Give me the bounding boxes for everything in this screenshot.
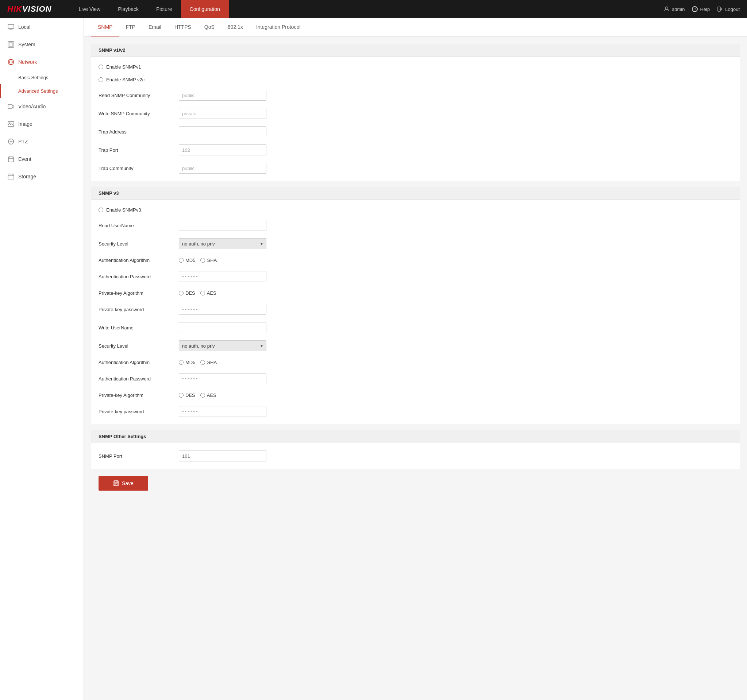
private-des-option[interactable]: DES	[179, 290, 195, 296]
sidebar-video-label: Video/Audio	[18, 104, 45, 109]
nav-playback[interactable]: Playback	[109, 0, 147, 18]
tab-ftp[interactable]: FTP	[119, 18, 142, 36]
auth2-sha-radio[interactable]	[200, 360, 205, 365]
auth-sha-option[interactable]: SHA	[200, 258, 217, 263]
auth2-sha-label: SHA	[207, 360, 217, 365]
sidebar-sub-basic-settings[interactable]: Basic Settings	[0, 71, 83, 84]
auth-algorithm2-label: Authentication Algorithm	[98, 360, 179, 365]
private-key2-radio-group: DES AES	[179, 392, 266, 398]
write-username-input[interactable]	[179, 322, 266, 333]
sidebar-system-label: System	[18, 42, 35, 47]
nav-live-view[interactable]: Live View	[70, 0, 109, 18]
trap-community-row: Trap Community	[98, 159, 732, 177]
security-level-control: no auth, no priv	[179, 238, 266, 249]
private-key-password-input[interactable]	[179, 304, 266, 315]
private-aes-option[interactable]: AES	[200, 290, 216, 296]
snmp-port-input[interactable]	[179, 451, 266, 462]
save-label: Save	[122, 480, 133, 486]
network-icon	[7, 58, 15, 66]
security-level2-row: Security Level no auth, no priv	[98, 337, 732, 355]
auth2-md5-option[interactable]: MD5	[179, 360, 195, 365]
private2-des-radio[interactable]	[179, 393, 184, 398]
nav-picture[interactable]: Picture	[147, 0, 181, 18]
sidebar-item-video[interactable]: Video/Audio	[0, 98, 83, 115]
enable-snmpv2c-radio[interactable]	[98, 77, 103, 82]
private-key-algorithm2-row: Private-key Algorithm DES AES	[98, 388, 732, 402]
tab-https[interactable]: HTTPS	[168, 18, 198, 36]
sidebar-item-system[interactable]: System	[0, 36, 83, 53]
auth-md5-option[interactable]: MD5	[179, 258, 195, 263]
help-button[interactable]: ? Help	[692, 6, 710, 12]
auth-password2-input[interactable]	[179, 373, 266, 384]
write-community-input[interactable]	[179, 108, 266, 119]
private2-aes-radio[interactable]	[200, 393, 205, 398]
logout-button[interactable]: Logout	[717, 6, 740, 12]
tab-integration-protocol[interactable]: Integration Protocol	[250, 18, 307, 36]
sidebar-item-event[interactable]: Event	[0, 150, 83, 168]
ptz-icon	[7, 138, 15, 145]
private-key-password2-row: Private-key password	[98, 402, 732, 421]
content-area: SNMP v1/v2 Enable SNMPv1 Enable SNMP v2c…	[84, 36, 747, 505]
trap-port-row: Trap Port	[98, 141, 732, 159]
username-label: admin	[672, 6, 685, 12]
auth-sha-radio[interactable]	[200, 258, 205, 262]
private2-des-option[interactable]: DES	[179, 392, 195, 398]
private-key-algorithm-row: Private-key Algorithm DES AES	[98, 286, 732, 300]
trap-community-input[interactable]	[179, 163, 266, 173]
enable-snmpv3-label: Enable SNMPv3	[106, 207, 141, 213]
system-icon	[7, 41, 15, 48]
snmp-v3-header: SNMP v3	[91, 187, 740, 200]
main-content: SNMP FTP Email HTTPS QoS 802.1x Integrat…	[84, 18, 747, 700]
read-community-input[interactable]	[179, 90, 266, 101]
auth-password-input[interactable]	[179, 271, 266, 282]
svg-rect-2	[8, 24, 14, 29]
auth-password-control	[179, 271, 266, 282]
tab-snmp[interactable]: SNMP	[91, 18, 119, 36]
trap-address-input[interactable]	[179, 126, 266, 137]
private-key-password-row: Private-key password	[98, 300, 732, 318]
snmp-port-row: SNMP Port	[98, 447, 732, 465]
auth-algorithm-radio-group: MD5 SHA	[179, 258, 266, 263]
snmp-port-label: SNMP Port	[98, 453, 179, 459]
private-aes-radio[interactable]	[200, 291, 205, 296]
event-icon	[7, 155, 15, 163]
private-des-radio[interactable]	[179, 291, 184, 296]
sidebar-item-local[interactable]: Local	[0, 18, 83, 36]
private-key-password2-input[interactable]	[179, 406, 266, 417]
auth-algorithm2-row: Authentication Algorithm MD5 SHA	[98, 355, 732, 370]
tab-8021x[interactable]: 802.1x	[221, 18, 250, 36]
write-username-row: Write UserName	[98, 318, 732, 337]
auth-algorithm-label: Authentication Algorithm	[98, 258, 179, 263]
snmp-other-header: SNMP Other Settings	[91, 430, 740, 443]
user-menu[interactable]: admin	[664, 6, 685, 12]
security-level-select[interactable]: no auth, no priv	[179, 238, 266, 249]
auth2-sha-option[interactable]: SHA	[200, 360, 217, 365]
private-key-algorithm-control: DES AES	[179, 290, 266, 296]
logout-label: Logout	[725, 6, 740, 12]
enable-snmpv3-radio[interactable]	[98, 208, 103, 212]
sidebar-item-image[interactable]: Image	[0, 115, 83, 133]
auth-md5-radio[interactable]	[179, 258, 184, 262]
nav-configuration[interactable]: Configuration	[181, 0, 229, 18]
svg-rect-11	[8, 157, 14, 162]
sidebar-sub-advanced-settings[interactable]: Advanced Settings	[0, 84, 83, 98]
save-button[interactable]: Save	[98, 476, 148, 490]
auth2-md5-radio[interactable]	[179, 360, 184, 365]
read-community-row: Read SNMP Community	[98, 86, 732, 104]
security-level2-select[interactable]: no auth, no priv	[179, 340, 266, 351]
enable-snmpv1-radio[interactable]	[98, 65, 103, 69]
logo-hik: HIK	[7, 5, 22, 14]
sidebar-item-ptz[interactable]: PTZ	[0, 133, 83, 150]
sidebar-item-network[interactable]: Network	[0, 53, 83, 71]
enable-snmpv1-row: Enable SNMPv1	[98, 60, 732, 73]
storage-icon	[7, 173, 15, 180]
auth-algorithm2-radio-group: MD5 SHA	[179, 360, 266, 365]
trap-port-input[interactable]	[179, 145, 266, 155]
tab-qos[interactable]: QoS	[198, 18, 221, 36]
sidebar-storage-label: Storage	[18, 173, 36, 180]
sidebar-item-storage[interactable]: Storage	[0, 168, 83, 185]
tab-email[interactable]: Email	[142, 18, 168, 36]
private2-aes-option[interactable]: AES	[200, 392, 216, 398]
enable-snmpv2c-row: Enable SNMP v2c	[98, 73, 732, 86]
read-username-input[interactable]	[179, 220, 266, 231]
